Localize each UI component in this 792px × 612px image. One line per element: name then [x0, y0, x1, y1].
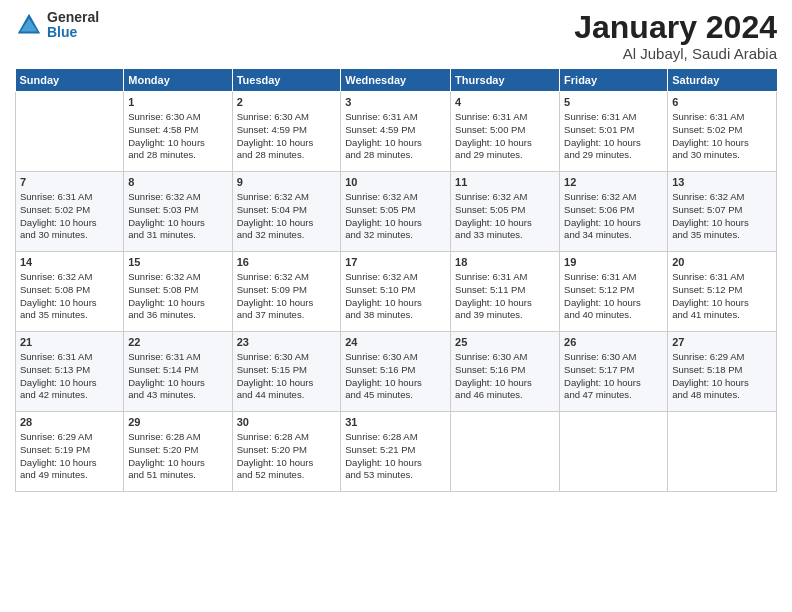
calendar-cell: 15Sunrise: 6:32 AMSunset: 5:08 PMDayligh… — [124, 252, 232, 332]
day-info-line: Daylight: 10 hours — [564, 217, 641, 228]
day-info-line: Sunrise: 6:32 AM — [455, 191, 527, 202]
day-info-line: and 49 minutes. — [20, 469, 88, 480]
calendar-cell: 2Sunrise: 6:30 AMSunset: 4:59 PMDaylight… — [232, 92, 341, 172]
calendar-cell: 6Sunrise: 6:31 AMSunset: 5:02 PMDaylight… — [668, 92, 777, 172]
day-number: 23 — [237, 335, 337, 350]
calendar-table: SundayMondayTuesdayWednesdayThursdayFrid… — [15, 68, 777, 492]
day-info-line: Sunset: 5:07 PM — [672, 204, 742, 215]
day-info-line: and 29 minutes. — [564, 149, 632, 160]
day-info-line: Sunset: 5:18 PM — [672, 364, 742, 375]
week-row-5: 28Sunrise: 6:29 AMSunset: 5:19 PMDayligh… — [16, 412, 777, 492]
day-info-line: and 48 minutes. — [672, 389, 740, 400]
col-header-monday: Monday — [124, 69, 232, 92]
calendar-subtitle: Al Jubayl, Saudi Arabia — [574, 45, 777, 62]
day-number: 2 — [237, 95, 337, 110]
day-info-line: Sunrise: 6:31 AM — [455, 271, 527, 282]
day-info-line: Sunrise: 6:31 AM — [345, 111, 417, 122]
calendar-cell — [560, 412, 668, 492]
calendar-cell: 17Sunrise: 6:32 AMSunset: 5:10 PMDayligh… — [341, 252, 451, 332]
title-block: January 2024 Al Jubayl, Saudi Arabia — [574, 10, 777, 62]
day-info-line: Sunset: 5:04 PM — [237, 204, 307, 215]
day-info-line: and 44 minutes. — [237, 389, 305, 400]
day-info-line: Sunrise: 6:30 AM — [237, 351, 309, 362]
calendar-cell: 3Sunrise: 6:31 AMSunset: 4:59 PMDaylight… — [341, 92, 451, 172]
day-info-line: Sunrise: 6:31 AM — [564, 271, 636, 282]
day-info-line: Sunrise: 6:30 AM — [128, 111, 200, 122]
calendar-cell: 11Sunrise: 6:32 AMSunset: 5:05 PMDayligh… — [451, 172, 560, 252]
day-number: 18 — [455, 255, 555, 270]
day-info-line: and 39 minutes. — [455, 309, 523, 320]
week-row-4: 21Sunrise: 6:31 AMSunset: 5:13 PMDayligh… — [16, 332, 777, 412]
day-number: 19 — [564, 255, 663, 270]
day-info-line: Sunset: 5:11 PM — [455, 284, 525, 295]
day-info-line: and 42 minutes. — [20, 389, 88, 400]
calendar-cell: 7Sunrise: 6:31 AMSunset: 5:02 PMDaylight… — [16, 172, 124, 252]
calendar-cell — [668, 412, 777, 492]
calendar-cell: 31Sunrise: 6:28 AMSunset: 5:21 PMDayligh… — [341, 412, 451, 492]
day-info-line: Daylight: 10 hours — [672, 217, 749, 228]
day-number: 12 — [564, 175, 663, 190]
day-info-line: Sunrise: 6:32 AM — [237, 191, 309, 202]
day-info-line: and 29 minutes. — [455, 149, 523, 160]
col-header-tuesday: Tuesday — [232, 69, 341, 92]
day-info-line: Sunset: 5:16 PM — [455, 364, 525, 375]
day-info-line: Sunset: 4:58 PM — [128, 124, 198, 135]
day-info-line: Daylight: 10 hours — [20, 297, 97, 308]
calendar-cell: 10Sunrise: 6:32 AMSunset: 5:05 PMDayligh… — [341, 172, 451, 252]
day-info-line: and 33 minutes. — [455, 229, 523, 240]
day-number: 6 — [672, 95, 772, 110]
day-info-line: Sunset: 5:06 PM — [564, 204, 634, 215]
day-info-line: Daylight: 10 hours — [128, 457, 205, 468]
calendar-cell: 21Sunrise: 6:31 AMSunset: 5:13 PMDayligh… — [16, 332, 124, 412]
day-info-line: and 45 minutes. — [345, 389, 413, 400]
day-info-line: Sunrise: 6:30 AM — [345, 351, 417, 362]
day-info-line: and 41 minutes. — [672, 309, 740, 320]
calendar-cell: 29Sunrise: 6:28 AMSunset: 5:20 PMDayligh… — [124, 412, 232, 492]
calendar-cell: 30Sunrise: 6:28 AMSunset: 5:20 PMDayligh… — [232, 412, 341, 492]
day-number: 9 — [237, 175, 337, 190]
calendar-header: SundayMondayTuesdayWednesdayThursdayFrid… — [16, 69, 777, 92]
day-info-line: and 38 minutes. — [345, 309, 413, 320]
day-number: 28 — [20, 415, 119, 430]
day-info-line: Daylight: 10 hours — [128, 137, 205, 148]
day-info-line: Daylight: 10 hours — [128, 377, 205, 388]
day-info-line: and 35 minutes. — [20, 309, 88, 320]
day-info-line: and 28 minutes. — [345, 149, 413, 160]
day-number: 4 — [455, 95, 555, 110]
day-info-line: Sunrise: 6:30 AM — [455, 351, 527, 362]
day-info-line: Sunrise: 6:32 AM — [237, 271, 309, 282]
day-info-line: Sunset: 5:21 PM — [345, 444, 415, 455]
calendar-cell: 14Sunrise: 6:32 AMSunset: 5:08 PMDayligh… — [16, 252, 124, 332]
day-info-line: Daylight: 10 hours — [455, 297, 532, 308]
day-info-line: Sunset: 5:16 PM — [345, 364, 415, 375]
day-info-line: Sunset: 5:12 PM — [564, 284, 634, 295]
header-row: SundayMondayTuesdayWednesdayThursdayFrid… — [16, 69, 777, 92]
calendar-title: January 2024 — [574, 10, 777, 45]
day-info-line: Daylight: 10 hours — [20, 457, 97, 468]
day-number: 16 — [237, 255, 337, 270]
day-info-line: Sunrise: 6:28 AM — [128, 431, 200, 442]
calendar-cell: 22Sunrise: 6:31 AMSunset: 5:14 PMDayligh… — [124, 332, 232, 412]
day-info-line: Sunset: 5:10 PM — [345, 284, 415, 295]
day-info-line: Sunrise: 6:32 AM — [128, 271, 200, 282]
header: General Blue January 2024 Al Jubayl, Sau… — [15, 10, 777, 62]
col-header-thursday: Thursday — [451, 69, 560, 92]
day-number: 1 — [128, 95, 227, 110]
calendar-cell: 5Sunrise: 6:31 AMSunset: 5:01 PMDaylight… — [560, 92, 668, 172]
day-info-line: Daylight: 10 hours — [20, 217, 97, 228]
day-info-line: Sunset: 5:01 PM — [564, 124, 634, 135]
day-number: 3 — [345, 95, 446, 110]
day-info-line: and 35 minutes. — [672, 229, 740, 240]
col-header-friday: Friday — [560, 69, 668, 92]
day-info-line: Sunset: 5:00 PM — [455, 124, 525, 135]
day-number: 15 — [128, 255, 227, 270]
day-number: 13 — [672, 175, 772, 190]
day-info-line: Sunset: 5:20 PM — [128, 444, 198, 455]
day-info-line: Daylight: 10 hours — [564, 297, 641, 308]
day-info-line: and 31 minutes. — [128, 229, 196, 240]
day-info-line: Daylight: 10 hours — [455, 377, 532, 388]
day-info-line: Daylight: 10 hours — [345, 137, 422, 148]
day-info-line: Daylight: 10 hours — [345, 377, 422, 388]
day-info-line: and 30 minutes. — [20, 229, 88, 240]
day-info-line: and 28 minutes. — [237, 149, 305, 160]
